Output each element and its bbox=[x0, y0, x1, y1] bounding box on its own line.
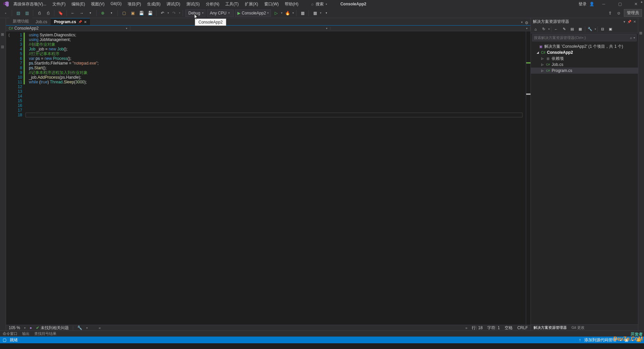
menu-item[interactable]: 生成(B) bbox=[144, 1, 163, 8]
expand-icon[interactable]: ▷ bbox=[540, 57, 544, 60]
lint-status[interactable]: ✔ 未找到相关问题 bbox=[36, 325, 69, 331]
overflow-icon[interactable]: ▾ bbox=[323, 9, 330, 17]
sync-icon[interactable]: ↻ bbox=[540, 26, 547, 33]
platform-dropdown[interactable]: Any CPU▾ bbox=[207, 9, 234, 17]
nav-back-icon[interactable]: ← bbox=[69, 9, 77, 17]
collapse-icon[interactable]: ⊟ bbox=[599, 26, 606, 33]
output-tab[interactable]: 命令窗口 bbox=[3, 331, 17, 336]
login-button[interactable]: 登录 bbox=[579, 1, 587, 7]
project-node[interactable]: ◢ C# ConsoleApp2 bbox=[531, 49, 638, 55]
nav-type-dropdown[interactable]: ▾ bbox=[130, 27, 330, 30]
maximize-button[interactable]: ▢ bbox=[613, 0, 627, 8]
bookmark-icon[interactable]: 🔖 bbox=[57, 9, 64, 17]
redo-icon[interactable]: ↷ bbox=[170, 9, 178, 17]
live-share-icon[interactable]: ⇪ bbox=[606, 9, 614, 17]
panel-dropdown-icon[interactable]: ▾ bbox=[624, 20, 625, 24]
arrow-right-icon[interactable]: ▸ bbox=[466, 325, 468, 330]
menu-item[interactable]: 调试(D) bbox=[164, 1, 183, 8]
spaces-indicator[interactable]: 空格 bbox=[505, 325, 513, 331]
nav-member-dropdown[interactable]: ▾ bbox=[330, 27, 531, 30]
nav-fwd-icon[interactable]: → bbox=[78, 9, 85, 17]
properties-icon[interactable]: 🔧 bbox=[587, 26, 593, 33]
tab-dropdown-icon[interactable]: ▾ bbox=[521, 21, 523, 25]
solution-search-field[interactable] bbox=[534, 36, 630, 40]
expand-icon[interactable]: ▷ bbox=[540, 69, 544, 72]
start-no-debug-icon[interactable]: ▷ bbox=[272, 9, 280, 17]
filter-icon[interactable]: ▤ bbox=[569, 26, 576, 33]
folder-icon[interactable]: ▢ bbox=[120, 9, 128, 17]
solution-explorer-tab[interactable]: 解决方案资源管理器 bbox=[534, 325, 567, 330]
view-icon[interactable]: ▣ bbox=[607, 26, 614, 33]
pin-icon[interactable]: 📌 bbox=[78, 20, 82, 24]
panel-close-icon[interactable]: ✕ bbox=[633, 20, 636, 24]
menu-item[interactable]: 窗口(W) bbox=[262, 1, 281, 8]
dependencies-node[interactable]: ▷ ⊞ 依赖项 bbox=[531, 55, 638, 62]
zoom-level[interactable]: 105 % bbox=[9, 325, 20, 330]
properties-vtab[interactable]: ⊞ bbox=[639, 32, 643, 35]
tab-program[interactable]: Program.cs 📌 ✕ bbox=[51, 18, 90, 25]
feedback-icon[interactable]: ☺ bbox=[615, 9, 623, 17]
search-area[interactable]: ⌕ 搜索 ▾ bbox=[311, 1, 327, 7]
zoom-dropdown-icon[interactable]: ▾ bbox=[24, 326, 26, 329]
browser-icon[interactable]: ▦ bbox=[299, 9, 306, 17]
git-changes-tab[interactable]: Git 更改 bbox=[571, 325, 585, 330]
save-all-disk-icon[interactable]: 💾 bbox=[146, 9, 154, 17]
solution-search-input[interactable]: ⌕ ▾ bbox=[532, 34, 637, 41]
tab-job[interactable]: Job.cs bbox=[32, 18, 51, 25]
menu-item[interactable]: 视图(V) bbox=[88, 1, 107, 8]
screwdriver-icon[interactable]: 🔧 bbox=[77, 325, 82, 330]
account-icon[interactable]: 👤 bbox=[589, 2, 594, 6]
add-item-icon[interactable]: ⊕ bbox=[99, 9, 106, 17]
menu-item[interactable]: 帮助(H) bbox=[282, 1, 301, 8]
expand-icon[interactable]: ◢ bbox=[536, 51, 540, 54]
back-icon[interactable]: ← bbox=[553, 26, 559, 33]
add-source-control-button[interactable]: 添加到源代码管理 bbox=[584, 337, 616, 343]
menu-item[interactable]: 工具(T) bbox=[223, 1, 241, 8]
back-nav-icon[interactable]: ◦ bbox=[2, 9, 9, 17]
folder-open-icon[interactable]: ▣ bbox=[129, 9, 136, 17]
tab-new-feature[interactable]: 新增功能 bbox=[9, 17, 32, 25]
output-tab[interactable]: 查找符号结果 bbox=[34, 331, 56, 336]
show-all-icon[interactable]: ▦ bbox=[577, 26, 584, 33]
save-all-icon[interactable]: ⎙ bbox=[44, 9, 52, 17]
layout-icon[interactable]: ▦ bbox=[311, 9, 319, 17]
menu-item[interactable]: 文件(F) bbox=[50, 1, 68, 8]
line-indicator[interactable]: 行: 18 bbox=[472, 325, 482, 331]
menu-item[interactable]: 测试(S) bbox=[184, 1, 202, 8]
arrow-left-icon[interactable]: ◂ bbox=[98, 325, 100, 330]
menu-item[interactable]: 编辑(E) bbox=[69, 1, 88, 8]
add-dropdown-icon[interactable]: ▾ bbox=[108, 9, 115, 17]
nav-project-dropdown[interactable]: C# ConsoleApp2 ▾ bbox=[6, 26, 130, 31]
menu-item[interactable]: Git(G) bbox=[108, 1, 124, 8]
panel-pin-icon[interactable]: 📌 bbox=[627, 20, 631, 24]
menu-item[interactable]: 高级保存选项(V)... bbox=[11, 1, 49, 8]
toolbox-tab[interactable]: ⊟ bbox=[0, 44, 5, 50]
minimize-button[interactable]: ─ bbox=[597, 0, 610, 8]
output-tab[interactable]: 输出 bbox=[22, 331, 30, 336]
char-indicator[interactable]: 字符: 1 bbox=[487, 325, 500, 331]
open-file-icon[interactable]: ▥ bbox=[23, 9, 31, 17]
config-dropdown[interactable]: Debug▾ bbox=[185, 9, 205, 17]
undo-icon[interactable]: ↶ bbox=[159, 9, 166, 17]
start-debug-button[interactable]: ▶ ConsoleApp2 ▾ bbox=[235, 9, 271, 17]
menu-item[interactable]: 扩展(X) bbox=[242, 1, 261, 8]
nav-dropdown-icon[interactable]: ▾ bbox=[87, 9, 94, 17]
tab-close-icon[interactable]: ✕ bbox=[84, 20, 87, 24]
program-file-node[interactable]: ▷ C# Program.cs bbox=[531, 68, 638, 74]
hot-reload-icon[interactable]: 🔥 bbox=[284, 9, 291, 17]
server-explorer-tab[interactable]: ⊞ bbox=[0, 32, 5, 37]
home-icon[interactable]: ⌂ bbox=[532, 26, 539, 33]
crlf-indicator[interactable]: CRLF bbox=[517, 325, 528, 330]
job-file-node[interactable]: ▷ C# Job.cs bbox=[531, 62, 638, 68]
pen-icon[interactable]: ✎ bbox=[561, 26, 567, 33]
new-project-icon[interactable]: ▤ bbox=[14, 9, 22, 17]
code-editor[interactable]: { 123456789101112131415161718 using Syst… bbox=[6, 31, 531, 325]
tab-settings-icon[interactable]: ⚙ bbox=[525, 21, 528, 25]
solution-root-node[interactable]: ▣ 解决方案 'ConsoleApp2' (1 个项目，共 1 个) bbox=[531, 43, 638, 49]
scrollbar-minimap[interactable] bbox=[526, 31, 531, 325]
menu-item[interactable]: 分析(N) bbox=[203, 1, 222, 8]
expand-icon[interactable]: ▷ bbox=[540, 63, 544, 66]
save-disk-icon[interactable]: 💾 bbox=[138, 9, 145, 17]
menu-item[interactable]: 项目(P) bbox=[125, 1, 144, 8]
split-editor-icon[interactable]: + bbox=[639, 0, 644, 5]
